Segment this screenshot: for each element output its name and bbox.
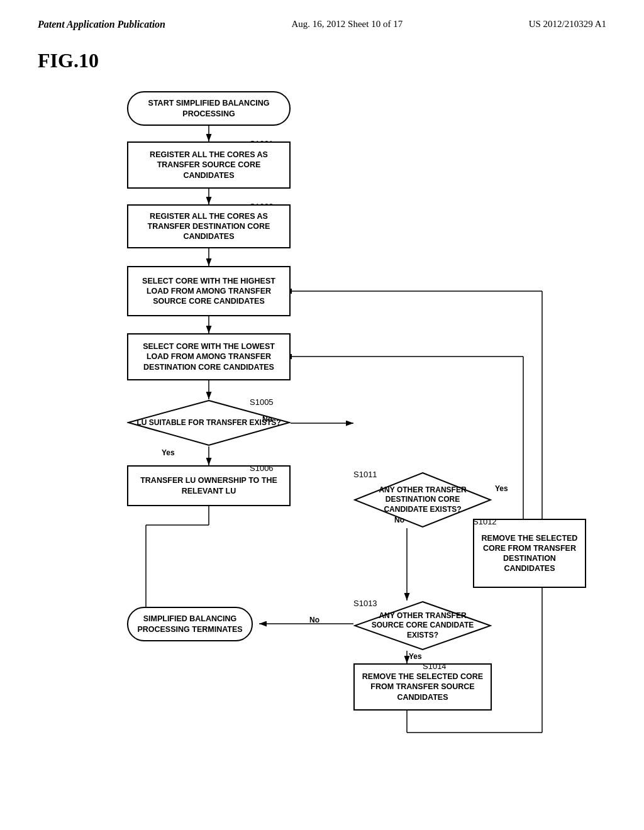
figure-title: FIG.10	[0, 36, 644, 79]
s1013-no-label: No	[309, 616, 319, 624]
end-box: SIMPLIFIED BALANCING PROCESSING TERMINAT…	[127, 607, 253, 641]
s1013-yes-label: Yes	[409, 652, 422, 661]
s1003-box: SELECT CORE WITH THE HIGHEST LOAD FROM A…	[127, 266, 291, 316]
s1005-yes-label: Yes	[162, 448, 175, 457]
s1011-diamond: ANY OTHER TRANSFER DESTINATION CORE CAND…	[353, 472, 492, 528]
s1006-label: S1006	[250, 463, 274, 473]
s1002-box: REGISTER ALL THE CORES AS TRANSFER DESTI…	[127, 204, 291, 248]
header-publication: Patent Application Publication	[38, 19, 165, 30]
s1013-diamond: ANY OTHER TRANSFER SOURCE CORE CANDIDATE…	[353, 600, 492, 651]
header-patent-number: US 2012/210329 A1	[529, 19, 606, 30]
s1004-box: SELECT CORE WITH THE LOWEST LOAD FROM AM…	[127, 333, 291, 380]
page-header: Patent Application Publication Aug. 16, …	[0, 0, 644, 36]
s1014-label: S1014	[423, 661, 447, 671]
header-date-sheet: Aug. 16, 2012 Sheet 10 of 17	[291, 19, 402, 30]
s1005-diamond: LU SUITABLE FOR TRANSFER EXISTS?	[127, 399, 291, 446]
start-box: START SIMPLIFIED BALANCING PROCESSING	[127, 91, 291, 126]
s1001-box: REGISTER ALL THE CORES AS TRANSFER SOURC…	[127, 141, 291, 189]
diagram-area: START SIMPLIFIED BALANCING PROCESSING S1…	[64, 79, 580, 789]
s1012-box: REMOVE THE SELECTED CORE FROM TRANSFER D…	[473, 519, 586, 588]
s1011-yes-label: Yes	[495, 484, 508, 493]
